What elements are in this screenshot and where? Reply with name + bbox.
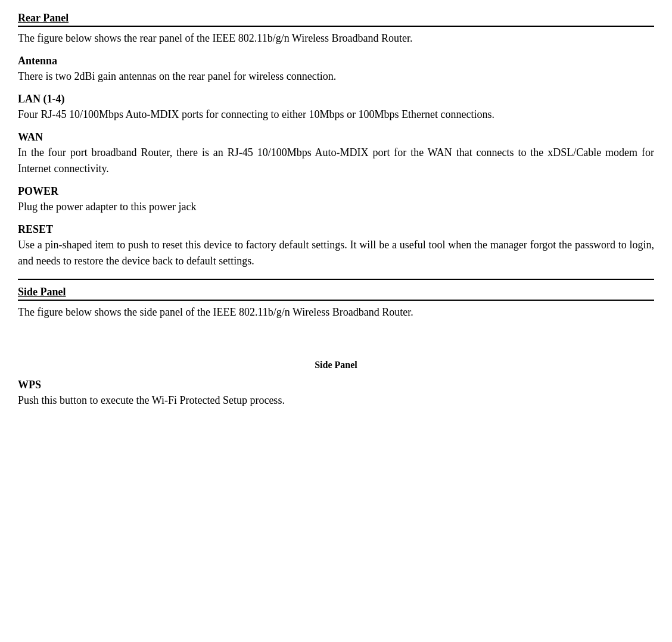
wan-subsection: WAN In the four port broadband Router, t… [18,131,654,177]
lan-heading: LAN (1-4) [18,93,654,105]
rear-panel-section: Rear Panel The figure below shows the re… [18,12,654,269]
wan-text: In the four port broadband Router, there… [18,145,654,177]
side-panel-intro: The figure below shows the side panel of… [18,304,654,320]
lan-text: Four RJ-45 10/100Mbps Auto-MDIX ports fo… [18,107,654,123]
power-heading: POWER [18,185,654,198]
power-text: Plug the power adapter to this power jac… [18,199,654,215]
side-panel-image-area: Side Panel [18,323,654,370]
section-divider [18,279,654,280]
wan-heading: WAN [18,131,654,144]
reset-subsection: RESET Use a pin-shaped item to push to r… [18,223,654,269]
reset-heading: RESET [18,223,654,236]
antenna-subsection: Antenna There is two 2dBi gain antennas … [18,55,654,85]
antenna-heading: Antenna [18,55,654,67]
wps-text: Push this button to execute the Wi-Fi Pr… [18,392,654,409]
rear-panel-intro: The figure below shows the rear panel of… [18,30,654,46]
side-panel-title: Side Panel [18,286,654,301]
lan-subsection: LAN (1-4) Four RJ-45 10/100Mbps Auto-MDI… [18,93,654,123]
wps-heading: WPS [18,379,654,391]
antenna-text: There is two 2dBi gain antennas on the r… [18,68,654,85]
power-subsection: POWER Plug the power adapter to this pow… [18,185,654,215]
reset-text: Use a pin-shaped item to push to reset t… [18,237,654,269]
rear-panel-title: Rear Panel [18,12,654,27]
side-panel-section: Side Panel The figure below shows the si… [18,286,654,409]
side-panel-image-label: Side Panel [315,360,357,370]
wps-subsection: WPS Push this button to execute the Wi-F… [18,379,654,409]
